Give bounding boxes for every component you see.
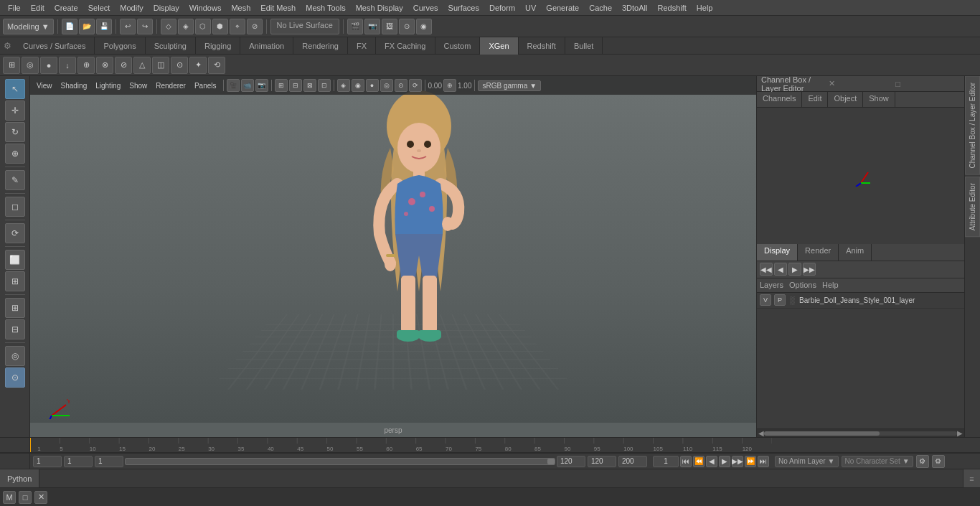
menu-create[interactable]: Create: [50, 2, 83, 14]
vp-disp2[interactable]: ⊟: [289, 79, 302, 92]
vp-val-icon[interactable]: ⊕: [443, 79, 456, 92]
tab-bullet[interactable]: Bullet: [565, 37, 603, 55]
out-frame-field[interactable]: 200: [618, 456, 647, 467]
shelf-icon-1[interactable]: ◎: [22, 57, 39, 74]
vp-shad6[interactable]: ⟳: [409, 79, 422, 92]
disp-tab-render[interactable]: Render: [798, 244, 839, 261]
layer-tb-fwd[interactable]: ▶: [788, 263, 801, 276]
max-frame-field[interactable]: 120: [588, 456, 616, 467]
layer-v-btn[interactable]: V: [760, 294, 771, 306]
vp-cam-icon2[interactable]: 📹: [241, 79, 254, 92]
plus-btn[interactable]: ⊞: [5, 298, 25, 318]
menu-3dtoall[interactable]: 3DtoAll: [617, 2, 652, 14]
shelf-icon-3[interactable]: ↓: [59, 57, 76, 74]
scrollbar-thumb[interactable]: [764, 431, 880, 436]
playback-start-field[interactable]: 1: [64, 456, 93, 467]
pb-start-btn[interactable]: ⏮: [680, 456, 692, 467]
scroll-right-btn[interactable]: ▶: [957, 429, 963, 437]
shelf-icon-5[interactable]: ⊗: [96, 57, 113, 74]
rect-sel-btn[interactable]: ⬜: [5, 250, 25, 270]
open-button[interactable]: 📂: [79, 19, 95, 34]
tab-redshift[interactable]: Redshift: [519, 37, 565, 55]
menu-deform[interactable]: Deform: [484, 2, 520, 14]
vp-cam-icon3[interactable]: 📷: [255, 79, 268, 92]
select-btn1[interactable]: ◇: [161, 19, 176, 34]
layer-tb-back[interactable]: ◀: [774, 263, 787, 276]
menu-mesh[interactable]: Mesh: [226, 2, 255, 14]
ch-tab-show[interactable]: Show: [863, 92, 895, 107]
vp-gamma-dropdown[interactable]: sRGB gamma ▼: [478, 80, 541, 91]
menu-redshift[interactable]: Redshift: [652, 2, 691, 14]
vp-shading-menu[interactable]: Shading: [57, 80, 91, 91]
menu-uv[interactable]: UV: [520, 2, 541, 14]
side-tab-channel-box[interactable]: Channel Box / Layer Editor: [965, 76, 980, 175]
ch-tab-object[interactable]: Object: [828, 92, 863, 107]
win-icon-btn[interactable]: M: [3, 491, 16, 504]
layer-tb-back-end[interactable]: ◀◀: [760, 263, 773, 276]
select-btn2[interactable]: ◈: [178, 19, 194, 34]
undo-button[interactable]: ↩: [120, 19, 136, 34]
menu-mesh-tools[interactable]: Mesh Tools: [301, 2, 350, 14]
vp-shad1[interactable]: ◈: [337, 79, 350, 92]
layer-p-btn[interactable]: P: [774, 294, 786, 306]
vp-shad4[interactable]: ◎: [380, 79, 393, 92]
range-bar[interactable]: [125, 458, 555, 465]
vp-cam-icon1[interactable]: 🎥: [227, 79, 240, 92]
shelf-icon-9[interactable]: ⊙: [171, 57, 188, 74]
vp-renderer-menu[interactable]: Renderer: [152, 80, 189, 91]
shelf-icon-7[interactable]: △: [133, 57, 151, 74]
camera-btn[interactable]: ⟳: [5, 223, 25, 243]
render-btn1[interactable]: 🎬: [347, 19, 363, 34]
menu-select[interactable]: Select: [83, 2, 116, 14]
tab-xgen[interactable]: XGen: [480, 37, 518, 55]
redo-button[interactable]: ↪: [137, 19, 153, 34]
move-tool-btn[interactable]: ✛: [5, 100, 25, 121]
python-input[interactable]: [39, 473, 963, 484]
render-btn3[interactable]: 🖼: [382, 19, 397, 34]
pb-prev-btn[interactable]: ⏪: [693, 456, 705, 467]
vp-shad5[interactable]: ⊙: [395, 79, 407, 92]
menu-cache[interactable]: Cache: [584, 2, 617, 14]
vp-lighting-menu[interactable]: Lighting: [92, 80, 124, 91]
disp-tab-display[interactable]: Display: [757, 244, 798, 261]
python-label[interactable]: Python: [0, 469, 39, 487]
menu-curves[interactable]: Curves: [408, 2, 443, 14]
ch-tab-edit[interactable]: Edit: [802, 92, 828, 107]
python-icon[interactable]: ≡: [963, 469, 980, 488]
ch-tab-channels[interactable]: Channels: [757, 92, 802, 107]
snap-btn[interactable]: ◻: [5, 197, 25, 217]
tab-rendering[interactable]: Rendering: [293, 37, 348, 55]
menu-modify[interactable]: Modify: [115, 2, 148, 14]
paint-btn[interactable]: ⊘: [247, 19, 263, 34]
current-frame-field[interactable]: 1: [33, 456, 62, 467]
vp-disp3[interactable]: ⊠: [303, 79, 316, 92]
scrollbar-track[interactable]: [764, 431, 957, 436]
shelf-icon-8[interactable]: ◫: [152, 57, 169, 74]
render-btn5[interactable]: ◉: [416, 19, 432, 34]
select-btn4[interactable]: ⬢: [212, 19, 228, 34]
shelf-icon-10[interactable]: ✦: [189, 57, 207, 74]
vp-panels-menu[interactable]: Panels: [191, 80, 220, 91]
menu-file[interactable]: File: [3, 2, 26, 14]
paint-tool-btn[interactable]: ✎: [5, 170, 25, 190]
menu-mesh-display[interactable]: Mesh Display: [351, 2, 408, 14]
vp-show-menu[interactable]: Show: [126, 80, 151, 91]
char-set-dropdown[interactable]: No Character Set ▼: [842, 456, 913, 467]
disp-tab-anim[interactable]: Anim: [839, 244, 872, 261]
layer-tb-fwd-end[interactable]: ▶▶: [803, 263, 816, 276]
shelf-icon-2[interactable]: ●: [40, 57, 57, 74]
layer-scrollbar[interactable]: ◀ ▶: [757, 428, 964, 437]
menu-surfaces[interactable]: Surfaces: [443, 2, 484, 14]
pb-fwd-btn[interactable]: ▶▶: [732, 456, 743, 467]
frame-number-input[interactable]: [653, 456, 679, 467]
select-btn3[interactable]: ⬡: [195, 19, 211, 34]
new-button[interactable]: 📄: [62, 19, 77, 34]
pb-play-btn[interactable]: ▶: [719, 456, 730, 467]
pb-back-btn[interactable]: ◀: [706, 456, 717, 467]
shelf-icon-4[interactable]: ⊕: [77, 57, 95, 74]
cb-expand-icon[interactable]: □: [895, 80, 960, 88]
tab-rigging[interactable]: Rigging: [196, 37, 240, 55]
side-tab-attribute-editor[interactable]: Attribute Editor: [965, 177, 980, 237]
layer-row-0[interactable]: V P ░ Barbie_Doll_Jeans_Style_001_layer: [757, 293, 964, 309]
mode-dropdown[interactable]: Modeling ▼: [3, 19, 54, 34]
